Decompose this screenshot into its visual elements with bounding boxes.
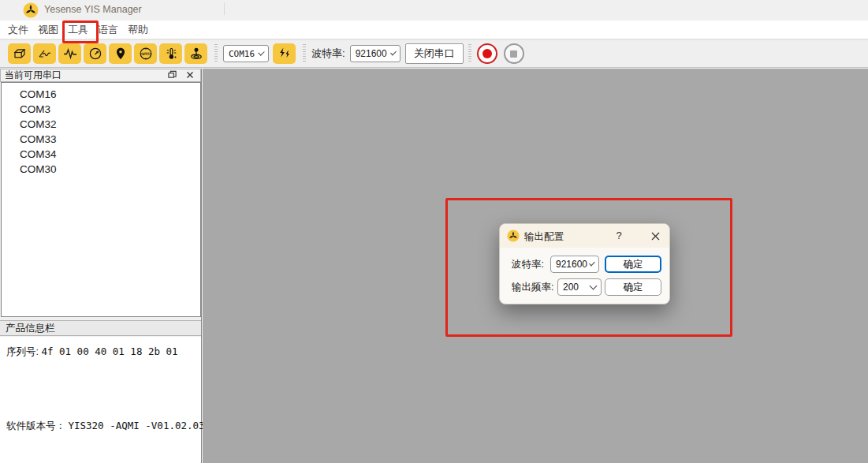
port-list-item[interactable]: COM16 (2, 87, 200, 102)
cube-3d-view-button[interactable] (8, 43, 31, 64)
menubar-separator (224, 3, 225, 15)
toolbar-handle[interactable] (468, 44, 471, 63)
menu-file[interactable]: 文件 (8, 21, 28, 39)
stop-icon (510, 50, 517, 58)
cube-3d-icon (13, 47, 27, 61)
menu-help[interactable]: 帮助 (128, 21, 148, 39)
refresh-ports-button[interactable] (273, 43, 296, 64)
product-info-body: 序列号: 4f 01 00 40 01 18 2b 01 软件版本号： YIS3… (0, 337, 201, 463)
software-version-label: 软件版本号： (6, 420, 65, 431)
angle-wave-button[interactable] (33, 43, 56, 64)
svg-text:UTC: UTC (141, 52, 150, 56)
pin-base-icon (189, 47, 203, 61)
close-panel-icon[interactable] (186, 71, 194, 79)
pin-base-button[interactable] (184, 43, 207, 64)
gauge-icon (88, 47, 102, 61)
chevron-down-icon (390, 50, 397, 56)
serial-number-label: 序列号: (6, 346, 39, 357)
window-title: Yesense YIS Manager (44, 4, 142, 15)
chevron-down-icon (258, 49, 264, 55)
toolbar: UTC COM16 (0, 39, 868, 68)
port-list-item[interactable]: COM30 (2, 162, 200, 177)
waveform-icon (63, 47, 77, 61)
menu-bar: 文件 视图 工具 语言 帮助 (0, 21, 868, 39)
toolbar-handle[interactable] (303, 44, 306, 63)
utc-time-button[interactable]: UTC (134, 43, 157, 64)
float-panel-icon[interactable] (168, 70, 177, 79)
record-icon (482, 49, 492, 58)
ports-panel-title: 当前可用串口 (5, 69, 61, 82)
port-list-item[interactable]: COM3 (2, 102, 200, 117)
port-list-item[interactable]: COM32 (2, 117, 200, 132)
toolbar-handle[interactable] (214, 44, 218, 63)
menu-language[interactable]: 语言 (98, 21, 118, 39)
gauge-button[interactable] (84, 43, 106, 64)
record-button[interactable] (477, 43, 497, 64)
product-info-header: 产品信息栏 (0, 320, 201, 336)
software-version-row: 软件版本号： YIS320 -AQMI -V01.02.03; (6, 420, 210, 433)
serial-number-row: 序列号: 4f 01 00 40 01 18 2b 01 (6, 345, 178, 359)
utc-clock-icon: UTC (139, 47, 153, 61)
serial-number-value: 4f 01 00 40 01 18 2b 01 (41, 345, 177, 357)
serial-ports-panel: 当前可用串口 COM16 COM3 COM32 COM33 COM34 COM3… (0, 69, 202, 463)
thermometer-icon (164, 47, 178, 61)
close-serial-button[interactable]: 关闭串口 (405, 43, 464, 64)
angle-wave-icon (38, 47, 52, 61)
com-port-value: COM16 (229, 49, 255, 59)
refresh-bolts-icon (278, 47, 292, 61)
location-button[interactable] (109, 43, 132, 64)
baud-rate-label: 波特率: (311, 47, 345, 61)
stop-button[interactable] (504, 43, 524, 64)
app-logo-icon (23, 2, 39, 18)
com-port-select[interactable]: COM16 (223, 45, 269, 62)
temperature-button[interactable] (159, 43, 182, 64)
title-bar: Yesense YIS Manager (0, 0, 868, 21)
ports-panel-header: 当前可用串口 (0, 69, 201, 82)
app-window: Yesense YIS Manager 文件 视图 工具 语言 帮助 (0, 0, 868, 463)
annotation-rect-tools-menu (62, 21, 99, 43)
port-list-item[interactable]: COM34 (2, 147, 200, 162)
location-pin-icon (114, 47, 128, 61)
port-list-item[interactable]: COM33 (2, 132, 200, 147)
menu-view[interactable]: 视图 (38, 21, 58, 39)
software-version-value: YIS320 -AQMI -V01.02.03; (68, 420, 210, 431)
annotation-rect-dialog (445, 198, 732, 337)
waveform-button[interactable] (58, 43, 81, 64)
port-list: COM16 COM3 COM32 COM33 COM34 COM30 (1, 82, 201, 317)
baud-rate-value: 921600 (356, 48, 387, 59)
product-info-title: 产品信息栏 (6, 322, 55, 335)
main-area: 当前可用串口 COM16 COM3 COM32 COM33 COM34 COM3… (0, 69, 868, 463)
baud-rate-select[interactable]: 921600 (350, 45, 400, 62)
